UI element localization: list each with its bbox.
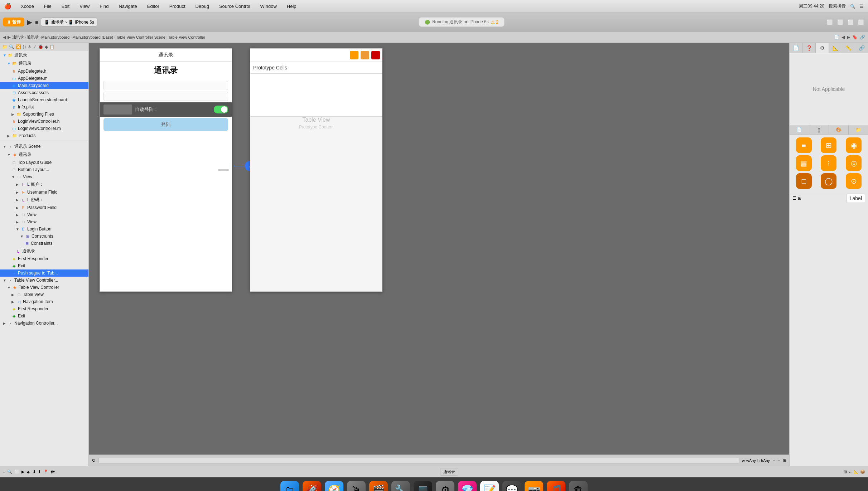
menu-find[interactable]: Find bbox=[97, 3, 111, 10]
sidebar-nav-btn-breakpoints[interactable]: ◆ bbox=[45, 44, 48, 49]
bookmark-button[interactable]: 🔖 bbox=[852, 35, 858, 40]
sidebar-nav-btn-tests[interactable]: ✓ bbox=[33, 44, 37, 49]
outline-firstresponder2[interactable]: ◈ First Responder bbox=[0, 305, 88, 312]
iphone-textfield-2[interactable] bbox=[103, 92, 228, 101]
canvas-refresh-btn[interactable]: ↻ bbox=[92, 458, 96, 463]
menu-source-control[interactable]: Source Control bbox=[217, 3, 252, 10]
inspector-tab-size[interactable]: 📏 bbox=[842, 43, 855, 53]
menu-debug[interactable]: Debug bbox=[193, 3, 211, 10]
disclosure-luser[interactable]: ▶ bbox=[16, 183, 20, 186]
disclosure-view1[interactable]: ▼ bbox=[11, 175, 16, 179]
objlib-tab-file[interactable]: 📁 bbox=[849, 125, 868, 134]
assistant-toggle[interactable]: ⬜ bbox=[857, 18, 865, 26]
pause-button[interactable]: ⏸ 暂停 bbox=[3, 18, 24, 26]
dock-launchpad[interactable]: 🚀 bbox=[303, 481, 321, 491]
menu-help[interactable]: Help bbox=[285, 3, 299, 10]
sidebar-nav-btn-file[interactable]: 📁 bbox=[2, 44, 8, 49]
related-button[interactable]: 🔗 bbox=[860, 35, 865, 40]
objlib-item-9[interactable]: ⊙ bbox=[842, 173, 865, 189]
sidebar-item-appdelegate-h[interactable]: h AppDelegate.h bbox=[0, 68, 88, 75]
fit-btn[interactable]: ⊞ bbox=[783, 458, 786, 463]
scheme-selector[interactable]: 📱 通讯录 › 📱 iPhone 6s bbox=[41, 18, 97, 26]
outline-login-button[interactable]: ▼ B Login Button bbox=[0, 225, 88, 233]
breadcrumb-item-1[interactable]: 通讯录 bbox=[27, 34, 39, 40]
grid-view-btn[interactable]: ⊞ bbox=[798, 196, 801, 201]
objlib-item-2[interactable]: ⊞ bbox=[818, 137, 840, 153]
search-icon[interactable]: 🔍 bbox=[850, 4, 855, 9]
inspector-tab-quick-help[interactable]: ❓ bbox=[803, 43, 816, 53]
size-class-btn[interactable]: ⊞ bbox=[844, 470, 847, 474]
outline-view3[interactable]: ▶ □ View bbox=[0, 218, 88, 225]
dock-terminal[interactable]: 💻 bbox=[414, 481, 432, 491]
filter-btn[interactable]: 🔍 bbox=[7, 470, 12, 474]
disclosure-tvc-scene[interactable]: ▼ bbox=[3, 278, 7, 282]
breadcrumb-item-3[interactable]: Main.storyboard (Base) bbox=[72, 35, 113, 39]
simulate-location-btn[interactable]: 📍 bbox=[43, 470, 48, 474]
disclosure-navctrl[interactable]: ▶ bbox=[3, 321, 7, 325]
iphone-login-btn[interactable]: 登陆 bbox=[103, 118, 228, 131]
disclosure-navitem[interactable]: ▶ bbox=[11, 300, 16, 304]
sidebar-nav-btn-report[interactable]: 📋 bbox=[49, 44, 55, 49]
sidebar-item-launchscreen[interactable]: ◉ LaunchScreen.storyboard bbox=[0, 96, 88, 103]
iphone-textfield-1[interactable] bbox=[103, 81, 228, 90]
objlib-tab-media[interactable]: 🎨 bbox=[829, 125, 849, 134]
disclosure-lpw[interactable]: ▶ bbox=[16, 198, 20, 202]
dock-music[interactable]: 🎵 bbox=[547, 481, 565, 491]
outline-toplayout[interactable]: □ Top Layout Guide bbox=[0, 159, 88, 166]
disclosure-constraints1[interactable]: ▼ bbox=[20, 234, 24, 238]
sidebar-item-group[interactable]: ▼ 📂 通讯录 bbox=[0, 59, 88, 68]
sidebar-item-main-storyboard[interactable]: ◉ Main.storyboard bbox=[0, 82, 88, 89]
dock-notes[interactable]: 📝 bbox=[480, 481, 499, 491]
back-history-button[interactable]: ◀ bbox=[842, 35, 845, 40]
dock-trash[interactable]: 🗑 bbox=[569, 481, 588, 491]
sidebar-item-appdelegate-m[interactable]: m AppDelegate.m bbox=[0, 75, 88, 82]
disclosure-project[interactable]: ▼ bbox=[3, 53, 7, 57]
dock-mouse[interactable]: 🖱 bbox=[347, 481, 366, 491]
menu-navigate[interactable]: Navigate bbox=[116, 3, 139, 10]
run-button[interactable]: ▶ bbox=[27, 18, 32, 26]
constraint-btn[interactable]: 📐 bbox=[854, 470, 859, 474]
sidebar-item-infoplist[interactable]: p Info.plist bbox=[0, 103, 88, 111]
disclosure-vc[interactable]: ▼ bbox=[7, 153, 11, 157]
step-over-btn[interactable]: ⏭ bbox=[26, 470, 30, 474]
breadcrumb-item-0[interactable]: 通讯录 bbox=[12, 34, 24, 40]
sidebar-nav-btn-issues[interactable]: ⚠ bbox=[28, 44, 32, 49]
canvas-area[interactable]: 通讯录 通讯录 自动登陆： 登陆 ↗ bbox=[89, 43, 789, 466]
dock-finder[interactable]: 🗂 bbox=[280, 481, 299, 491]
sidebar-item-loginvc-h[interactable]: h LoginViewController.h bbox=[0, 118, 88, 125]
menu-window[interactable]: Window bbox=[258, 3, 279, 10]
outline-constraint-item[interactable]: ⊞ Constraints bbox=[0, 240, 88, 247]
debug-toggle[interactable]: ⬜ bbox=[836, 18, 844, 26]
outline-exit2[interactable]: ◈ Exit bbox=[0, 312, 88, 320]
orient-btn[interactable]: ↔ bbox=[848, 470, 852, 474]
disclosure-scene[interactable]: ▼ bbox=[3, 145, 7, 149]
outline-label-user[interactable]: ▶ L L 账户： bbox=[0, 180, 88, 189]
objlib-item-7[interactable]: □ bbox=[792, 173, 815, 189]
canvas-scrollbar[interactable] bbox=[98, 458, 739, 463]
menu-product[interactable]: Product bbox=[167, 3, 188, 10]
disclosure-products[interactable]: ▶ bbox=[7, 134, 11, 138]
nav-forward-button[interactable]: ▶ bbox=[8, 35, 11, 40]
disclosure-loginbtn[interactable]: ▼ bbox=[16, 227, 20, 231]
sidebar-item-products[interactable]: ▶ 📁 Products bbox=[0, 132, 88, 139]
sidebar-item-supporting[interactable]: ▶ 📁 Supporting Files bbox=[0, 111, 88, 118]
outline-tongxunlu-vc[interactable]: ▼ ◈ 通讯录 bbox=[0, 151, 88, 159]
disclosure-ufield[interactable]: ▶ bbox=[16, 190, 20, 194]
dock-safari[interactable]: 🧭 bbox=[325, 481, 343, 491]
sidebar-item-loginvc-m[interactable]: m LoginViewController.m bbox=[0, 125, 88, 132]
menu-edit[interactable]: Edit bbox=[59, 3, 72, 10]
outline-tvc-ctrl[interactable]: ▼ ◈ Table View Controller bbox=[0, 284, 88, 291]
toggle-autologin[interactable] bbox=[214, 106, 228, 113]
sidebar-nav-btn-git[interactable]: 🔀 bbox=[16, 44, 21, 49]
breadcrumb-item-5[interactable]: Table View Controller bbox=[168, 35, 206, 39]
apple-menu[interactable]: 🍎 bbox=[4, 3, 11, 10]
outline-tvc-scene[interactable]: ▼ ▪ Table View Controller... bbox=[0, 277, 88, 284]
objlib-tab-objects[interactable]: 📄 bbox=[790, 125, 809, 134]
outline-username-field[interactable]: ▶ F Username Field bbox=[0, 189, 88, 196]
sidebar-nav-btn-debug[interactable]: 🐞 bbox=[38, 44, 43, 49]
disclosure-tvc[interactable]: ▼ bbox=[7, 286, 11, 290]
objlib-item-3[interactable]: ◉ bbox=[842, 137, 865, 153]
zoom-out-btn[interactable]: − bbox=[778, 458, 780, 463]
stop-button[interactable]: ■ bbox=[35, 19, 38, 25]
outline-tableview[interactable]: ▶ □ Table View bbox=[0, 291, 88, 298]
